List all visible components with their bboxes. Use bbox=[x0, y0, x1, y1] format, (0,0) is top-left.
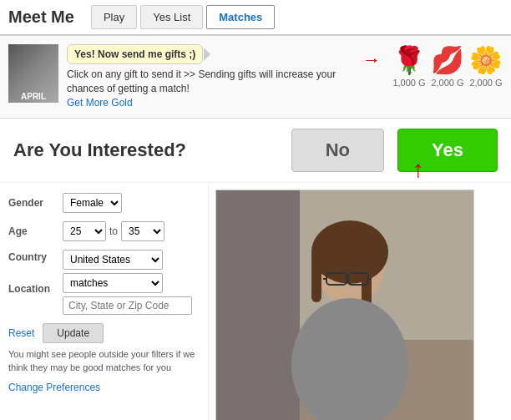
no-button[interactable]: No bbox=[291, 129, 384, 172]
country-select[interactable]: United States Canada United Kingdom Aust… bbox=[63, 250, 163, 270]
user-photo: APRIL bbox=[8, 44, 58, 103]
profile-photo: 12/2008 bbox=[215, 190, 474, 420]
app-title: Meet Me bbox=[8, 8, 74, 27]
rose-icon: 🌹 bbox=[392, 44, 426, 76]
change-preferences-link[interactable]: Change Preferences bbox=[8, 382, 100, 393]
filter-actions: Reset Update bbox=[8, 323, 200, 343]
main-content: Gender Female Male Both Age 18192021 222… bbox=[0, 183, 511, 420]
profile-svg bbox=[216, 190, 473, 420]
location-controls: United States Canada United Kingdom Aust… bbox=[63, 250, 192, 315]
age-control: 18192021 22232425 2627282930 to 25262728… bbox=[63, 221, 164, 241]
age-to-select[interactable]: 25262728 29303132 333435 404550 bbox=[121, 221, 164, 241]
svg-rect-5 bbox=[311, 252, 321, 302]
country-location-filter-row: Country Location United States Canada Un… bbox=[8, 250, 200, 315]
zip-input[interactable] bbox=[63, 296, 192, 315]
flower-icon: 🌼 bbox=[469, 44, 503, 76]
gift-item-rose[interactable]: 🌹 1,000 G bbox=[392, 44, 426, 89]
update-button[interactable]: Update bbox=[43, 323, 104, 343]
gift-item-flower[interactable]: 🌼 2,000 G bbox=[469, 44, 503, 89]
photo-area: ↑ bbox=[209, 183, 511, 420]
gift-bar: APRIL Yes! Now send me gifts ;) Click on… bbox=[0, 36, 511, 119]
svg-point-4 bbox=[311, 220, 388, 284]
gender-control: Female Male Both bbox=[63, 193, 122, 213]
tab-yes-list[interactable]: Yes List bbox=[140, 5, 203, 29]
location-select[interactable]: matches near me anywhere bbox=[63, 273, 163, 293]
gift-text-area: Yes! Now send me gifts ;) Click on any g… bbox=[67, 44, 354, 109]
tab-play[interactable]: Play bbox=[91, 5, 137, 29]
reset-button[interactable]: Reset bbox=[8, 327, 34, 339]
location-label: Location bbox=[8, 283, 63, 295]
rose-price: 1,000 G bbox=[392, 78, 425, 88]
filters-panel: Gender Female Male Both Age 18192021 222… bbox=[0, 183, 209, 420]
gift-desc-text: Click on any gift to send it >> Sending … bbox=[67, 68, 336, 94]
gender-select[interactable]: Female Male Both bbox=[63, 193, 122, 213]
user-name-label: APRIL bbox=[21, 92, 46, 103]
interest-area: Are You Interested? No Yes bbox=[0, 119, 511, 183]
gift-items: 🌹 1,000 G 💋 2,000 G 🌼 2,000 G bbox=[392, 44, 503, 89]
lips-icon: 💋 bbox=[431, 44, 464, 76]
photo-placeholder bbox=[216, 190, 473, 420]
lips-price: 2,000 G bbox=[431, 78, 463, 88]
age-from-select[interactable]: 18192021 22232425 2627282930 bbox=[63, 221, 106, 241]
svg-rect-1 bbox=[216, 190, 300, 420]
gift-bubble: Yes! Now send me gifts ;) bbox=[67, 44, 203, 64]
gift-description: Click on any gift to send it >> Sending … bbox=[67, 68, 354, 109]
interest-question: Are You Interested? bbox=[13, 139, 291, 161]
tab-matches[interactable]: Matches bbox=[206, 5, 275, 29]
header: Meet Me Play Yes List Matches bbox=[0, 0, 511, 36]
filter-note: You might see people outside your filter… bbox=[8, 348, 200, 374]
gift-arrow: → bbox=[362, 49, 381, 71]
gift-item-lips[interactable]: 💋 2,000 G bbox=[431, 44, 464, 89]
get-gold-link[interactable]: Get More Gold bbox=[67, 97, 133, 109]
age-label: Age bbox=[8, 225, 63, 237]
gender-label: Gender bbox=[8, 197, 63, 209]
age-to-label: to bbox=[109, 225, 118, 237]
gender-filter-row: Gender Female Male Both bbox=[8, 193, 200, 213]
country-label: Country bbox=[8, 251, 63, 263]
flower-price: 2,000 G bbox=[469, 78, 502, 88]
country-location-label: Country Location bbox=[8, 250, 63, 295]
yes-arrow-up: ↑ bbox=[412, 158, 424, 181]
age-filter-row: Age 18192021 22232425 2627282930 to 2526… bbox=[8, 221, 200, 241]
